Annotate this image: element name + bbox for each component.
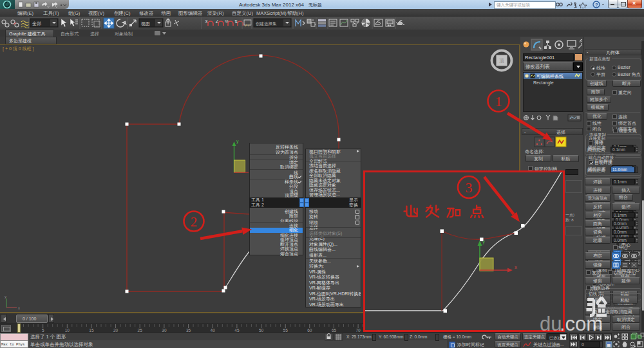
svg-text:40: 40 <box>211 328 216 333</box>
svg-text:30: 30 <box>162 328 167 333</box>
svg-text:5: 5 <box>42 328 44 333</box>
svg-text:y: y <box>236 139 239 144</box>
svg-text:60: 60 <box>307 328 312 333</box>
svg-text:35: 35 <box>186 328 191 333</box>
svg-text:10: 10 <box>65 328 70 333</box>
svg-text:15: 15 <box>89 328 94 333</box>
svg-text:45: 45 <box>234 328 240 333</box>
svg-text:25: 25 <box>138 328 143 333</box>
svg-text:x: x <box>515 264 517 270</box>
svg-text:55: 55 <box>283 328 289 333</box>
svg-text:20: 20 <box>113 328 118 333</box>
svg-text:70: 70 <box>355 328 361 333</box>
svg-text:50: 50 <box>259 328 264 333</box>
svg-text:65: 65 <box>332 328 337 333</box>
svg-text:?: ? <box>595 2 598 8</box>
